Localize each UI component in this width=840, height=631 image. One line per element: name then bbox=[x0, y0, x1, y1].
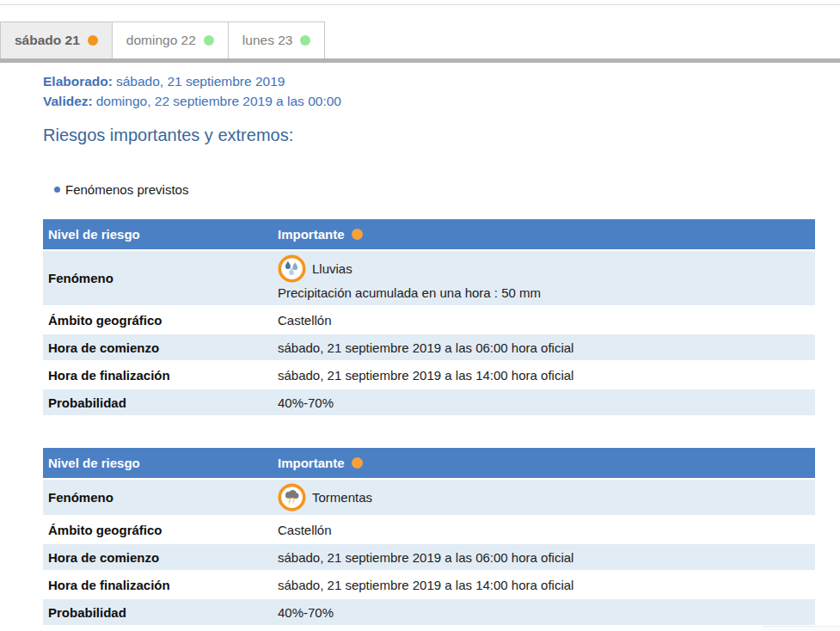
table-header-row: Nivel de riesgo Importante bbox=[43, 448, 815, 480]
row-label: Probabilidad bbox=[43, 599, 278, 625]
tab-sabado-21[interactable]: sábado 21 bbox=[0, 21, 113, 58]
row-label: Fenómeno bbox=[43, 480, 278, 515]
top-divider bbox=[0, 4, 840, 5]
risk-level-dot bbox=[352, 457, 363, 469]
table-row-ambito: Ámbito geográfico Castellón bbox=[43, 307, 815, 334]
table-row-probabilidad: Probabilidad 40%-70% bbox=[43, 389, 815, 417]
warning-table-lluvias: Nivel de riesgo Importante Fenómeno bbox=[43, 219, 815, 417]
page-title: Riesgos importantes y extremos: bbox=[0, 126, 840, 145]
row-value: Tormentas bbox=[278, 480, 815, 515]
row-label: Ámbito geográfico bbox=[43, 517, 278, 542]
risk-level-header: Nivel de riesgo bbox=[43, 448, 278, 478]
tab-label: domingo 22 bbox=[126, 33, 196, 48]
table-header-row: Nivel de riesgo Importante bbox=[43, 219, 815, 251]
table-row-fenomeno: Fenómeno Lluvias Precipitación acumulada… bbox=[43, 251, 815, 307]
row-label: Hora de finalización bbox=[43, 362, 278, 388]
elaborado-label: Elaborado: bbox=[43, 74, 113, 89]
table-row-probabilidad: Probabilidad 40%-70% bbox=[43, 599, 815, 627]
row-value: 40%-70% bbox=[278, 389, 815, 415]
row-value: Lluvias Precipitación acumulada en una h… bbox=[278, 251, 815, 305]
risk-level-value: Importante bbox=[278, 219, 815, 249]
warnings-content: Elaborado:sábado, 21 septiembre 2019 Val… bbox=[0, 63, 840, 627]
list-item-label: Fenómenos previstos bbox=[65, 182, 188, 197]
table-row-comienzo: Hora de comienzo sábado, 21 septiembre 2… bbox=[43, 544, 815, 572]
row-value: sábado, 21 septiembre 2019 a las 06:00 h… bbox=[278, 334, 815, 360]
tab-label: sábado 21 bbox=[15, 33, 80, 48]
row-label: Probabilidad bbox=[43, 389, 278, 415]
table-row-finalizacion: Hora de finalización sábado, 21 septiemb… bbox=[43, 362, 815, 389]
elaborado-line: Elaborado:sábado, 21 septiembre 2019 bbox=[0, 71, 840, 91]
row-value: sábado, 21 septiembre 2019 a las 14:00 h… bbox=[278, 572, 815, 597]
risk-level-label: Importante bbox=[278, 456, 345, 470]
phenomenon-name: Lluvias bbox=[312, 261, 353, 276]
table-row-comienzo: Hora de comienzo sábado, 21 septiembre 2… bbox=[43, 334, 815, 362]
bullet-icon bbox=[54, 187, 60, 193]
validez-line: Validez:domingo, 22 septiembre 2019 a la… bbox=[0, 91, 840, 111]
row-value: sábado, 21 septiembre 2019 a las 06:00 h… bbox=[278, 544, 815, 570]
day-tabs: sábado 21 domingo 22 lunes 23 bbox=[0, 21, 325, 58]
tab-domingo-22[interactable]: domingo 22 bbox=[113, 21, 229, 58]
phenomenon-line: Tormentas bbox=[278, 483, 372, 512]
warning-level-dot bbox=[204, 35, 214, 46]
row-value: Castellón bbox=[278, 517, 815, 542]
table-row-finalizacion: Hora de finalización sábado, 21 septiemb… bbox=[43, 572, 815, 599]
tab-lunes-23[interactable]: lunes 23 bbox=[229, 21, 326, 58]
warning-level-dot bbox=[300, 35, 310, 46]
row-label: Hora de comienzo bbox=[43, 334, 278, 360]
row-label: Ámbito geográfico bbox=[43, 307, 278, 333]
risk-level-dot bbox=[352, 229, 363, 240]
table-row-ambito: Ámbito geográfico Castellón bbox=[43, 517, 815, 544]
row-value: sábado, 21 septiembre 2019 a las 14:00 h… bbox=[278, 362, 815, 388]
risk-level-header: Nivel de riesgo bbox=[43, 219, 278, 249]
elaborado-value: sábado, 21 septiembre 2019 bbox=[116, 74, 285, 89]
rain-drops-icon bbox=[278, 254, 306, 283]
row-label: Hora de comienzo bbox=[43, 544, 278, 570]
row-value: 40%-70% bbox=[278, 599, 815, 625]
row-label: Hora de finalización bbox=[43, 572, 278, 597]
row-value: Castellón bbox=[278, 307, 815, 333]
risk-level-value: Importante bbox=[278, 448, 815, 478]
cutoff-element bbox=[763, 626, 840, 631]
validez-value: domingo, 22 septiembre 2019 a las 00:00 bbox=[96, 94, 341, 108]
validez-label: Validez: bbox=[43, 94, 93, 108]
risk-level-label: Importante bbox=[278, 227, 345, 242]
phenomenon-detail: Precipitación acumulada en una hora : 50… bbox=[278, 284, 541, 302]
phenomenon-line: Lluvias bbox=[278, 254, 353, 283]
tab-label: lunes 23 bbox=[242, 33, 293, 48]
row-label: Fenómeno bbox=[43, 251, 278, 305]
table-row-fenomeno: Fenómeno Tormentas bbox=[43, 480, 815, 517]
phenomenon-name: Tormentas bbox=[312, 490, 372, 505]
list-item-fenomenos-previstos: Fenómenos previstos bbox=[0, 182, 840, 197]
warning-level-dot bbox=[88, 35, 98, 46]
storm-cloud-icon bbox=[278, 483, 306, 512]
warning-table-tormentas: Nivel de riesgo Importante Fenómeno bbox=[43, 448, 815, 627]
